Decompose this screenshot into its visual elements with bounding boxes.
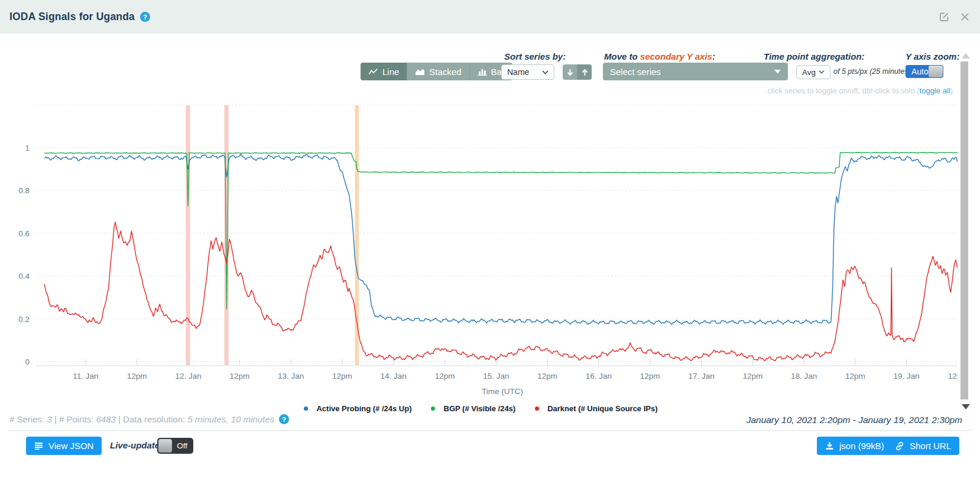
legend-marker-icon — [300, 408, 311, 409]
time-aggregation-label: Time point aggregation: — [764, 51, 865, 61]
live-update-label: Live-update: — [110, 440, 163, 450]
download-icon — [825, 441, 834, 450]
sort-direction-buttons — [563, 64, 592, 80]
toggle-all-link[interactable]: toggle all — [920, 86, 950, 95]
link-icon — [895, 441, 904, 451]
scrollbar-thumb[interactable] — [960, 61, 968, 399]
view-json-button[interactable]: View JSON — [26, 437, 102, 455]
legend-marker-icon — [427, 408, 439, 409]
list-icon — [34, 442, 43, 450]
date-range-text: January 10, 2021 2:20pm - January 19, 20… — [747, 415, 962, 425]
svg-text:13. Jan: 13. Jan — [278, 372, 304, 381]
line-chart-icon — [368, 68, 378, 76]
scrollbar — [958, 51, 980, 415]
svg-text:12pm: 12pm — [742, 372, 762, 381]
window-header: IODA Signals for Uganda ? — [0, 0, 980, 34]
edit-icon[interactable] — [938, 11, 950, 23]
sort-ascending-button[interactable] — [577, 64, 592, 80]
download-json-button[interactable]: json (99kB) — [817, 437, 893, 455]
svg-text:12pm: 12pm — [845, 372, 865, 381]
y-axis-zoom-toggle[interactable]: Auto — [906, 65, 943, 78]
arrow-up-icon — [582, 69, 588, 76]
svg-text:0: 0 — [25, 357, 30, 366]
svg-text:0.2: 0.2 — [18, 315, 30, 324]
sort-descending-button[interactable] — [563, 64, 577, 80]
stacked-area-icon — [415, 68, 425, 76]
close-icon[interactable] — [959, 11, 971, 23]
aggregation-function-select[interactable]: Avg — [796, 65, 830, 79]
ioda-signals-widget: 00.20.40.60.8111. Jan12pm12. Jan12pm13. … — [0, 0, 980, 478]
svg-text:0.8: 0.8 — [18, 186, 30, 195]
series-stats: # Series: 3 | # Points: 6483 | Data reso… — [9, 414, 289, 424]
footer-divider — [8, 430, 972, 431]
caret-down-icon — [774, 70, 781, 74]
svg-text:18. Jan: 18. Jan — [791, 372, 817, 381]
scrollbar-up-arrow-icon[interactable] — [962, 53, 970, 58]
toggle-handle — [158, 439, 172, 453]
toggle-handle[interactable] — [929, 66, 943, 77]
chart-type-toggle: Line Stacked Bar — [361, 63, 512, 80]
chart-type-stacked-button[interactable]: Stacked — [407, 63, 469, 80]
svg-text:12. Jan: 12. Jan — [175, 372, 201, 381]
legend-item-bgp[interactable]: BGP (# Visible /24s) — [427, 404, 516, 413]
svg-text:12pm: 12pm — [537, 372, 557, 381]
aggregation-detail-text: of 5 pts/px (25 minutes) — [833, 67, 911, 76]
title-help-icon[interactable]: ? — [140, 12, 150, 22]
select-series-dropdown[interactable]: Select series — [603, 63, 788, 80]
chart-legend: Active Probing (# /24s Up) BGP (# Visibl… — [0, 404, 958, 413]
svg-text:14. Jan: 14. Jan — [381, 372, 407, 381]
y-axis-zoom-label: Y axis zoom: — [906, 51, 959, 61]
svg-text:0.4: 0.4 — [18, 272, 30, 281]
page-title: IODA Signals for Uganda — [9, 11, 135, 23]
svg-text:1: 1 — [25, 144, 30, 152]
chevron-down-icon — [819, 70, 825, 74]
svg-text:12pm: 12pm — [640, 372, 660, 381]
svg-text:12pm: 12pm — [127, 372, 147, 381]
svg-text:12pm: 12pm — [229, 372, 249, 381]
svg-text:Time (UTC): Time (UTC) — [482, 387, 523, 396]
bar-chart-icon — [478, 68, 487, 76]
legend-item-darknet[interactable]: Darknet (# Unique Source IPs) — [531, 404, 657, 413]
legend-item-active-probing[interactable]: Active Probing (# /24s Up) — [300, 404, 411, 413]
series-toggle-hint: click series to toggle on/off, dbl-click… — [768, 86, 953, 95]
legend-marker-icon — [531, 408, 543, 409]
chart-type-line-button[interactable]: Line — [361, 63, 407, 80]
svg-text:19. Jan: 19. Jan — [894, 372, 920, 381]
arrow-down-icon — [567, 69, 573, 76]
scrollbar-track[interactable] — [959, 51, 969, 415]
live-update-toggle[interactable]: Off — [157, 438, 193, 454]
svg-text:12pm: 12pm — [435, 372, 455, 381]
move-secondary-axis-label: Move to secondary Y axis: — [604, 51, 715, 61]
scrollbar-down-arrow-icon[interactable] — [962, 404, 970, 409]
svg-text:17. Jan: 17. Jan — [688, 372, 714, 381]
svg-text:16. Jan: 16. Jan — [586, 372, 612, 381]
short-url-button[interactable]: Short URL — [887, 437, 959, 455]
svg-text:11. Jan: 11. Jan — [73, 372, 98, 381]
svg-text:12pm: 12pm — [332, 372, 352, 381]
chevron-down-icon — [542, 70, 549, 74]
sort-series-select[interactable]: Name — [501, 64, 554, 80]
svg-text:15. Jan: 15. Jan — [483, 372, 509, 381]
svg-text:0.6: 0.6 — [18, 229, 30, 238]
sort-series-label: Sort series by: — [504, 51, 566, 61]
resolution-help-icon[interactable]: ? — [279, 414, 289, 424]
